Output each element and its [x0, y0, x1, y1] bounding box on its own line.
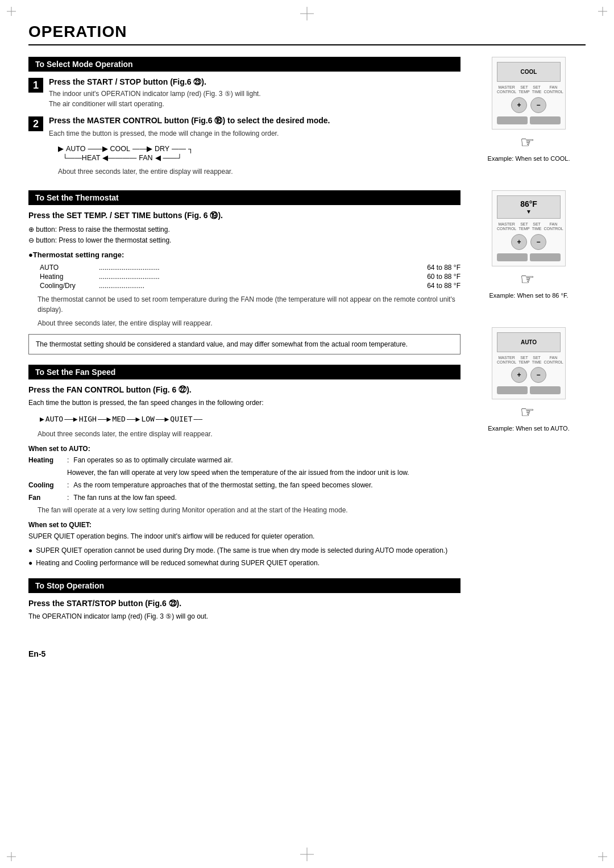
section-fan-speed: To Set the Fan Speed Press the FAN CONTR… [28, 365, 460, 567]
fan-arrow-end: —— [194, 415, 203, 423]
auto-heating-row: Heating : Fan operates so as to optimall… [28, 455, 460, 465]
cycle-top-row: ▶ AUTO ——▶ COOL ——▶ DRY —— ┐ [58, 144, 460, 153]
auto-fan-colon: : [67, 493, 69, 503]
device-panel-86: 86°F ▼ MASTERCONTROL SETTEMP SETTIME FAN… [472, 190, 586, 299]
section-select-mode: To Select Mode Operation 1 Press the STA… [28, 57, 460, 180]
fan-sequence-diagram: ▶ AUTO ——▶ HIGH ——▶ MED ——▶ LOW ——▶ QUIE… [40, 415, 460, 423]
arrow3: —— [172, 145, 186, 153]
btn-right1 [530, 116, 561, 124]
btn-label-fc1: FANCONTROL [544, 85, 563, 95]
stop-sub-title: Press the START/STOP button (Fig.6 ㉓). [28, 599, 460, 608]
right-panels: COOL MASTERCONTROL SETTEMP SETTIME FANCO… [472, 57, 586, 632]
remote-btn-plus3[interactable]: + [511, 367, 527, 383]
select-mode-header: To Select Mode Operation [28, 57, 460, 72]
fan-seq-arrow-start: ▶ [40, 415, 44, 423]
thermostat-sub-title: Press the SET TEMP. / SET TIME buttons (… [28, 211, 460, 221]
remote-cool-btn-labels: MASTERCONTROL SETTEMP SETTIME FANCONTROL [497, 85, 561, 95]
step-1-content: Press the START / STOP button (Fig.6 ㉓).… [49, 77, 460, 109]
panel3-caption: Example: When set to AUTO. [488, 425, 569, 432]
remote-86-display: 86°F ▼ [497, 195, 561, 219]
quiet-bullets: ● SUPER QUIET operation cannot be used d… [28, 545, 460, 568]
corner-br [598, 852, 607, 861]
stop-desc: The OPERATION indicator lamp (red) (Fig.… [28, 611, 460, 622]
range-heating-dots: ................................ [99, 273, 425, 281]
auto-heating-cont-text: However, the fan will operate at very lo… [67, 468, 409, 478]
cool-display-text: COOL [521, 69, 537, 75]
cycle-note: About three seconds later, the entire di… [58, 166, 460, 177]
btn-label-mc1: MASTERCONTROL [497, 85, 516, 95]
auto-heating-text: Fan operates so as to optimally circulat… [73, 455, 233, 465]
thermostat-header: To Set the Thermostat [28, 190, 460, 205]
auto-cooling-text: As the room temperature approaches that … [73, 480, 372, 490]
minus-btn-desc: ⊖ button: Press to lower the thermostat … [28, 235, 460, 246]
btn-label-mc3: MASTERCONTROL [497, 356, 516, 365]
auto-cooling-row: Cooling : As the room temperature approa… [28, 480, 460, 490]
when-auto-section: When set to AUTO: Heating : Fan operates… [28, 445, 460, 515]
btn-right2 [530, 253, 561, 261]
remote-auto-bottom-btns [497, 386, 561, 394]
hand-icon-2: ☞ [520, 270, 537, 289]
btn-label-st2: SETTEMP [518, 222, 529, 232]
thermostat-btns-desc: ⊕ button: Press to raise the thermostat … [28, 224, 460, 246]
thermostat-range-list: AUTO ................................ 64… [40, 264, 460, 290]
corner-bottom-right-connect: ——┘ [163, 154, 182, 162]
step-1-title: Press the START / STOP button (Fig.6 ㉓). [49, 77, 460, 86]
crosshair-bottom [300, 848, 314, 861]
section-stop: To Stop Operation Press the START/STOP b… [28, 578, 460, 622]
remote-cool: COOL MASTERCONTROL SETTEMP SETTIME FANCO… [492, 57, 566, 130]
quiet-bullet-2-text: Heating and Cooling performance will be … [36, 558, 320, 568]
remote-btn-minus2[interactable]: − [530, 234, 546, 250]
auto-note: The fan will operate at a very low setti… [38, 505, 460, 515]
btn-label-stime1: SETTIME [532, 85, 542, 95]
step-1-number: 1 [28, 78, 43, 93]
remote-auto-btn-labels: MASTERCONTROL SETTEMP SETTIME FANCONTROL [497, 356, 561, 365]
remote-btn-plus2[interactable]: + [511, 234, 527, 250]
range-cooling-label: Cooling/Dry [40, 282, 97, 290]
step-2: 2 Press the MASTER CONTROL button (Fig.6… [28, 116, 460, 180]
remote-86-btn-labels: MASTERCONTROL SETTEMP SETTIME FANCONTROL [497, 222, 561, 232]
btn-right3 [530, 386, 561, 394]
remote-cool-btns: + − [497, 97, 561, 113]
auto-display-text: AUTO [521, 339, 537, 345]
fan-seq-auto: AUTO [45, 415, 63, 423]
step-2-number: 2 [28, 116, 43, 131]
fan-sub-title: Press the FAN CONTROL button (Fig. 6 ㉒). [28, 385, 460, 394]
cycle-auto: AUTO [66, 145, 86, 153]
auto-heating-cont-row: However, the fan will operate at very lo… [67, 468, 460, 478]
quiet-bullet-1-text: SUPER QUIET operation cannot be used dur… [36, 545, 447, 556]
fan-seq-high: HIGH [79, 415, 97, 423]
corner-bottom-left: └—— [63, 154, 82, 162]
step-2-title: Press the MASTER CONTROL button (Fig.6 ⑱… [49, 116, 460, 126]
bullet-icon-2: ● [28, 558, 32, 568]
range-note: The thermostat cannot be used to set roo… [38, 294, 460, 315]
btn-label-st1: SETTEMP [518, 85, 529, 95]
remote-btn-plus1[interactable]: + [511, 97, 527, 113]
page-footer: En-5 [28, 649, 586, 658]
fan-seq-low: LOW [141, 415, 154, 423]
range-auto-value: 64 to 88 °F [427, 264, 460, 272]
thermostat-note-after: About three seconds later, the entire di… [38, 318, 460, 328]
hand-icon-1: ☞ [520, 133, 537, 152]
auto-heating-colon: : [67, 455, 69, 465]
range-auto: AUTO ................................ 64… [40, 264, 460, 272]
auto-fan-text: The fan runs at the low fan speed. [73, 493, 176, 503]
cycle-fan: FAN [139, 154, 152, 162]
arrow2: ——▶ [132, 144, 152, 153]
cycle-heat: HEAT [82, 154, 100, 162]
remote-auto-display: AUTO [497, 332, 561, 352]
remote-btn-minus3[interactable]: − [530, 367, 546, 383]
cycle-arrow-start: ▶ [58, 144, 64, 153]
quiet-bullet-1: ● SUPER QUIET operation cannot be used d… [28, 545, 460, 556]
btn-label-st3: SETTEMP [518, 356, 529, 365]
range-auto-label: AUTO [40, 264, 97, 272]
remote-86-btns: + − [497, 234, 561, 250]
fan-arrow1: ——▶ [64, 415, 77, 423]
when-auto-title: When set to AUTO: [28, 445, 460, 453]
remote-86-bottom-btns [497, 253, 561, 261]
arrow-fan-left: ◀ [155, 153, 161, 162]
step-2-desc: Each time the button is pressed, the mod… [49, 128, 460, 139]
auto-cooling-label: Cooling [28, 480, 63, 490]
remote-btn-minus1[interactable]: − [530, 97, 546, 113]
temp-arrow: ▼ [526, 208, 532, 215]
fan-seq-quiet: QUIET [170, 415, 192, 423]
